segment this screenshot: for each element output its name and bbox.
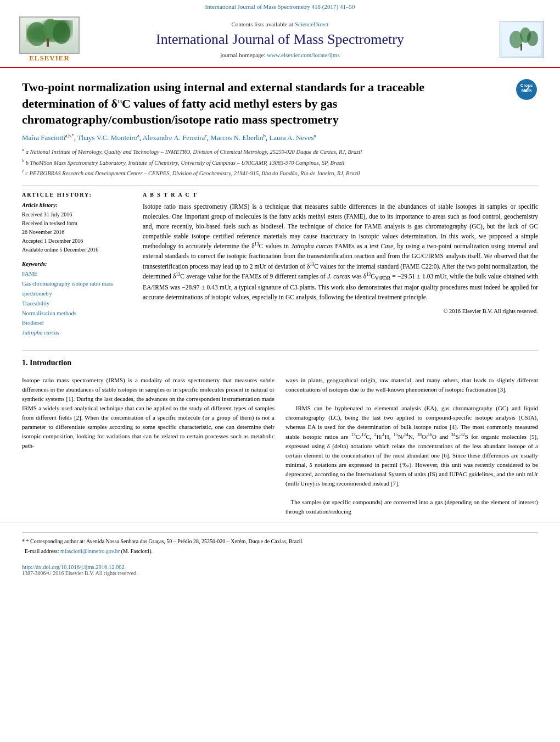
article-body-columns: Article history: Article history: Receiv…	[22, 192, 538, 344]
email-footnote: E-mail address: mfasciotti@inmetro.gov.b…	[22, 547, 538, 555]
intro-right-text: ways in plants, geographical origin, raw…	[285, 376, 538, 516]
keywords-section: Keywords: FAME Gas chromatography isotop…	[22, 261, 132, 338]
main-content: Two-point normalization using internal a…	[0, 68, 560, 516]
authors: Maíra Fasciottia,b,*, Thays V.C. Monteir…	[22, 133, 538, 142]
introduction-body: Isotope ratio mass spectrometry (IRMS) i…	[22, 376, 538, 516]
article-info-header: Article history:	[22, 192, 132, 198]
author-eberlin: Marcos N. Eberlin	[210, 133, 263, 142]
footnotes: * * Corresponding author at: Avenida Nos…	[0, 522, 560, 560]
article-title-section: Two-point normalization using internal a…	[22, 68, 538, 133]
sciencedirect-link[interactable]: ScienceDirect	[295, 21, 329, 27]
author-neves: Laura A. Neves	[269, 133, 313, 142]
crossmark-badge[interactable]: ✓ Cross Mark	[516, 79, 538, 101]
author-ferreira: Alexandre A. Ferreira	[143, 133, 205, 142]
intro-right-col: ways in plants, geographical origin, raw…	[285, 376, 538, 516]
copyright: © 2016 Elsevier B.V. All rights reserved…	[143, 308, 538, 314]
right-column: A B S T R A C T Isotope ratio mass spect…	[143, 192, 538, 344]
journal-volume-info: International Journal of Mass Spectromet…	[205, 3, 355, 10]
svg-text:Cross: Cross	[520, 83, 533, 88]
affiliation-a: a a National Institute of Metrology, Qua…	[22, 147, 538, 156]
footnote-separator	[22, 532, 538, 533]
elsevier-text: ELSEVIER	[29, 54, 70, 63]
email-link[interactable]: mfasciotti@inmetro.gov.br	[60, 548, 120, 554]
contents-line: Contents lists available at ScienceDirec…	[82, 21, 478, 27]
journal-homepage: journal homepage: www.elsevier.com/locat…	[82, 52, 478, 58]
homepage-url[interactable]: www.elsevier.com/locate/ijms	[267, 52, 339, 58]
elsevier-logo-image	[19, 16, 80, 54]
accepted-date: Accepted 1 December 2016	[22, 237, 132, 246]
affiliation-b: b b ThoMSon Mass Spectrometry Laboratory…	[22, 158, 538, 167]
footer-copyright: 1387-3806/© 2016 Elsevier B.V. All right…	[22, 570, 538, 576]
section-1-title: 1. Introduction	[22, 359, 538, 367]
keyword-4: Normalization methods	[22, 309, 132, 319]
keyword-6: Jatropha curcas	[22, 328, 132, 338]
elsevier-brand-logo: ELSEVIER	[16, 16, 82, 63]
received-revised: Received in revised form 26 November 201…	[22, 219, 132, 237]
keyword-5: Biodiesel	[22, 318, 132, 328]
separator	[22, 186, 538, 186]
journal-info-bar: International Journal of Mass Spectromet…	[0, 0, 560, 11]
affiliations: a a National Institute of Metrology, Qua…	[22, 147, 538, 177]
crossmark-icon[interactable]: ✓ Cross Mark	[516, 79, 537, 100]
svg-text:Mark: Mark	[522, 88, 532, 93]
svg-rect-3	[47, 38, 49, 47]
svg-point-2	[53, 22, 70, 44]
affiliation-c: c c PETROBRAS Research and Development C…	[22, 168, 538, 177]
left-column: Article history: Article history: Receiv…	[22, 192, 132, 344]
available-date: Available online 5 December 2016	[22, 246, 132, 254]
svg-point-7	[527, 31, 538, 46]
keyword-1: FAME	[22, 269, 132, 279]
journal-header-center: Contents lists available at ScienceDirec…	[82, 21, 478, 58]
journal-header: ELSEVIER Contents lists available at Sci…	[0, 11, 560, 68]
elsevier-logo-right	[500, 21, 544, 58]
svg-rect-8	[520, 44, 522, 51]
intro-left-text: Isotope ratio mass spectrometry (IRMS) i…	[22, 376, 275, 450]
keywords-label: Keywords:	[22, 261, 132, 267]
footer: http://dx.doi.org/10.1016/j.ijms.2016.12…	[0, 560, 560, 581]
journal-title: International Journal of Mass Spectromet…	[82, 31, 478, 48]
doi-link[interactable]: http://dx.doi.org/10.1016/j.ijms.2016.12…	[22, 564, 538, 570]
author-monteiro: Thays V.C. Monteiro	[77, 133, 137, 142]
keyword-3: Traceability	[22, 299, 132, 309]
history-label: Article history:	[22, 202, 132, 208]
elsevier-logo-left: ELSEVIER	[16, 16, 82, 63]
separator-2	[22, 350, 538, 350]
intro-left-col: Isotope ratio mass spectrometry (IRMS) i…	[22, 376, 275, 516]
abstract-header: A B S T R A C T	[143, 192, 538, 198]
abstract-text: Isotope ratio mass spectrometry (IRMS) i…	[143, 202, 538, 303]
introduction-section: 1. Introduction Isotope ratio mass spect…	[22, 359, 538, 516]
journal-header-right	[478, 21, 544, 58]
author-fasciotti: Maíra Fasciotti	[22, 133, 65, 142]
keyword-2: Gas chromatography isotope ratio mass sp…	[22, 279, 132, 299]
corresponding-author: * * Corresponding author at: Avenida Nos…	[22, 537, 538, 545]
article-history: Article history: Received 31 July 2016 R…	[22, 202, 132, 254]
article-title: Two-point normalization using internal a…	[22, 79, 489, 128]
received-date: Received 31 July 2016	[22, 210, 132, 219]
